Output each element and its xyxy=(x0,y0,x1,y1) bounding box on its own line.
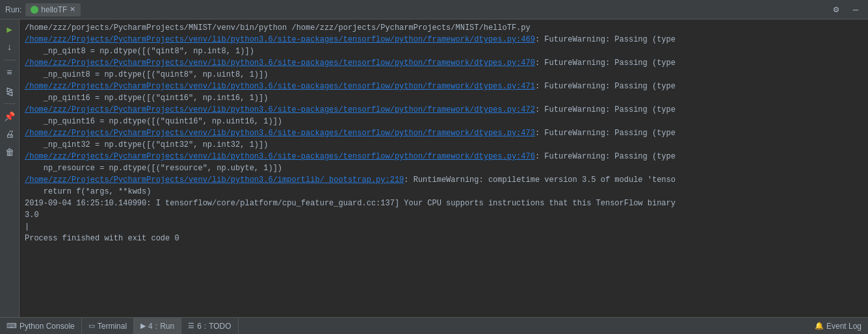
file-link[interactable]: /home/zzz/Projects/PycharmProjects/venv/… xyxy=(25,82,535,91)
lines-button[interactable]: ≡ xyxy=(3,66,17,80)
scroll-down-button[interactable]: ↓ xyxy=(3,40,17,55)
tab-name: helloTF xyxy=(41,5,67,14)
console-line: _np_qint8 = np.dtype([("qint8", np.int8,… xyxy=(25,45,863,57)
console-line: 3.0 xyxy=(25,209,863,221)
console-line: _np_qint32 = np.dtype([("qint32", np.int… xyxy=(25,139,863,151)
settings-icon[interactable]: ⚙ xyxy=(829,3,843,17)
todo-icon: ☰ xyxy=(188,322,194,330)
warning-text: : FutureWarning: Passing (type xyxy=(535,35,676,44)
main-area: ▶ ↓ ≡ ⧎ 📌 🖨 🗑 /home/zzz/porjects/Pycharm… xyxy=(0,19,868,317)
bottom-bar: ⌨ Python Console ▭ Terminal ▶ 4: Run ☰ 6… xyxy=(0,317,868,334)
run-label: Run: xyxy=(5,5,21,14)
python-console-tab[interactable]: ⌨ Python Console xyxy=(0,318,82,334)
file-link[interactable]: /home/zzz/Projects/PycharmProjects/venv/… xyxy=(25,129,535,138)
file-link[interactable]: /home/zzz/Projects/PycharmProjects/venv/… xyxy=(25,35,535,44)
console-line: /home/zzz/Projects/PycharmProjects/venv/… xyxy=(25,34,863,45)
run-icon: ▶ xyxy=(140,322,146,330)
terminal-label: Terminal xyxy=(98,322,127,331)
console-line: 2019-09-04 16:25:10.140990: I tensorflow… xyxy=(25,198,863,209)
file-link[interactable]: /home/zzz/Projects/PycharmProjects/venv/… xyxy=(25,152,535,161)
todo-num-label: 6 xyxy=(197,322,202,331)
console-line: /home/zzz/Projects/PycharmProjects/venv/… xyxy=(25,174,863,186)
warning-text: : FutureWarning: Passing (type xyxy=(535,129,676,138)
console-output[interactable]: /home/zzz/porjects/PycharmProjects/MNIST… xyxy=(20,19,868,317)
console-line: _np_quint8 = np.dtype([("quint8", np.uin… xyxy=(25,69,863,81)
print-button[interactable]: 🖨 xyxy=(3,127,17,142)
warning-text: : FutureWarning: Passing (type xyxy=(535,82,676,91)
console-line: /home/zzz/Projects/PycharmProjects/venv/… xyxy=(25,57,863,69)
run-tab[interactable]: helloTF ✕ xyxy=(25,3,81,16)
event-log-tab[interactable]: 🔔 Event Log xyxy=(808,322,868,331)
pin-button[interactable]: 📌 xyxy=(3,109,17,123)
filter-button[interactable]: ⧎ xyxy=(3,84,17,98)
tab-close-btn[interactable]: ✕ xyxy=(70,5,75,14)
console-line: /home/zzz/Projects/PycharmProjects/venv/… xyxy=(25,127,863,139)
python-console-icon: ⌨ xyxy=(7,322,17,330)
event-log-icon: 🔔 xyxy=(815,322,824,330)
run-tab-bottom[interactable]: ▶ 4: Run xyxy=(134,318,181,334)
top-bar-right: ⚙ — xyxy=(829,3,863,17)
warning-text: : FutureWarning: Passing (type xyxy=(535,152,676,161)
console-line: | xyxy=(25,221,863,233)
minimize-icon[interactable]: — xyxy=(848,3,863,17)
console-line: _np_quint16 = np.dtype([("quint16", np.u… xyxy=(25,116,863,127)
top-bar: Run: helloTF ✕ ⚙ — xyxy=(0,0,868,19)
file-link[interactable]: /home/zzz/Projects/PycharmProjects/venv/… xyxy=(25,105,535,114)
run-num-label: 4 xyxy=(148,322,153,331)
file-link[interactable]: /home/zzz/Projects/PycharmProjects/venv/… xyxy=(25,175,404,185)
top-bar-left: Run: helloTF ✕ xyxy=(5,3,81,16)
toolbar-separator-2 xyxy=(4,103,16,104)
console-line: np_resource = np.dtype([("resource", np.… xyxy=(25,162,863,174)
todo-tab[interactable]: ☰ 6: TODO xyxy=(181,318,238,334)
console-line: /home/zzz/porjects/PycharmProjects/MNIST… xyxy=(25,22,863,34)
todo-label: TODO xyxy=(209,322,231,331)
terminal-tab[interactable]: ▭ Terminal xyxy=(82,318,134,334)
left-toolbar: ▶ ↓ ≡ ⧎ 📌 🖨 🗑 xyxy=(0,19,20,317)
console-line: /home/zzz/Projects/PycharmProjects/venv/… xyxy=(25,104,863,116)
console-line: /home/zzz/Projects/PycharmProjects/venv/… xyxy=(25,81,863,92)
warning-text: : RuntimeWarning: compiletime version 3.… xyxy=(404,175,676,185)
console-line: Process finished with exit code 0 xyxy=(25,233,863,244)
toolbar-separator-1 xyxy=(4,60,16,60)
play-button[interactable]: ▶ xyxy=(3,22,17,36)
run-label-bottom: Run xyxy=(160,322,174,331)
console-line: /home/zzz/Projects/PycharmProjects/venv/… xyxy=(25,151,863,162)
console-line: return f(*args, **kwds) xyxy=(25,186,863,198)
terminal-icon: ▭ xyxy=(88,322,95,330)
warning-text: : FutureWarning: Passing (type xyxy=(535,58,676,68)
trash-button[interactable]: 🗑 xyxy=(3,146,17,160)
event-log-label: Event Log xyxy=(826,322,861,331)
tab-icon xyxy=(31,6,38,14)
warning-text: : FutureWarning: Passing (type xyxy=(535,105,676,114)
console-line: _np_qint16 = np.dtype([("qint16", np.int… xyxy=(25,92,863,104)
file-link[interactable]: /home/zzz/Projects/PycharmProjects/venv/… xyxy=(25,58,535,68)
python-console-label: Python Console xyxy=(20,322,75,331)
